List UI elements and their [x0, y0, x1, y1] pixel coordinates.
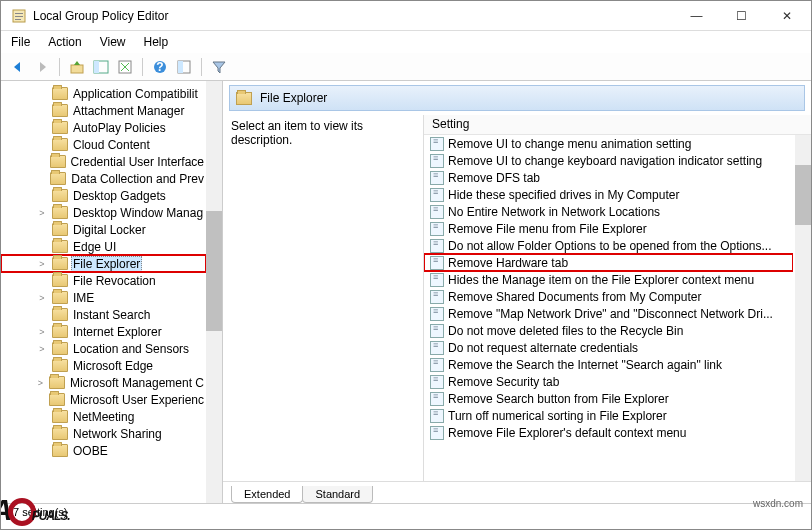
tree-item[interactable]: >Desktop Window Manag [1, 204, 206, 221]
show-tree-button[interactable] [90, 56, 112, 78]
expand-icon[interactable] [35, 410, 49, 424]
setting-item[interactable]: Do not allow Folder Options to be opened… [424, 237, 793, 254]
setting-item[interactable]: Remove DFS tab [424, 169, 793, 186]
properties-button[interactable] [173, 56, 195, 78]
setting-item[interactable]: Do not move deleted files to the Recycle… [424, 322, 793, 339]
tree-item-label: Credential User Interface [69, 155, 206, 169]
expand-icon[interactable] [35, 359, 49, 373]
setting-item[interactable]: Remove "Map Network Drive" and "Disconne… [424, 305, 793, 322]
tree-item[interactable]: Network Sharing [1, 425, 206, 442]
tree-item-label: Digital Locker [71, 223, 148, 237]
close-button[interactable]: ✕ [764, 2, 809, 30]
list-scrollbar[interactable] [795, 135, 811, 481]
filter-button[interactable] [208, 56, 230, 78]
help-button[interactable]: ? [149, 56, 171, 78]
expand-icon[interactable]: > [35, 257, 49, 271]
tree-item[interactable]: OOBE [1, 442, 206, 459]
column-setting[interactable]: Setting [424, 115, 811, 135]
expand-icon[interactable] [35, 308, 49, 322]
setting-item[interactable]: Remove Hardware tab [424, 254, 793, 271]
tree-item[interactable]: Desktop Gadgets [1, 187, 206, 204]
expand-icon[interactable]: > [35, 325, 49, 339]
setting-item[interactable]: Remove Security tab [424, 373, 793, 390]
expand-icon[interactable] [35, 240, 49, 254]
expand-icon[interactable]: > [35, 376, 46, 390]
expand-icon[interactable] [35, 138, 49, 152]
setting-item[interactable]: Do not request alternate credentials [424, 339, 793, 356]
setting-item[interactable]: Remove UI to change menu animation setti… [424, 135, 793, 152]
tree-item[interactable]: Data Collection and Prev [1, 170, 206, 187]
setting-item[interactable]: No Entire Network in Network Locations [424, 203, 793, 220]
list-scroll-thumb[interactable] [795, 165, 811, 225]
expand-icon[interactable] [35, 155, 47, 169]
setting-item[interactable]: Remove Shared Documents from My Computer [424, 288, 793, 305]
expand-icon[interactable] [35, 172, 47, 186]
tree-item[interactable]: >Location and Sensors [1, 340, 206, 357]
menu-file[interactable]: File [5, 33, 36, 51]
statusbar: 47 setting(s) [1, 503, 811, 523]
expand-icon[interactable] [35, 393, 46, 407]
tree-item[interactable]: >File Explorer [1, 255, 206, 272]
back-button[interactable] [7, 56, 29, 78]
menu-help[interactable]: Help [138, 33, 175, 51]
setting-item[interactable]: Remove File menu from File Explorer [424, 220, 793, 237]
expand-icon[interactable] [35, 427, 49, 441]
tree-item[interactable]: >Internet Explorer [1, 323, 206, 340]
expand-icon[interactable]: > [35, 206, 49, 220]
setting-item[interactable]: Remove File Explorer's default context m… [424, 424, 793, 441]
tree-item[interactable]: File Revocation [1, 272, 206, 289]
tree-scroll-thumb[interactable] [206, 211, 222, 331]
setting-label: No Entire Network in Network Locations [448, 205, 660, 219]
main-area: Application CompatibilitAttachment Manag… [1, 81, 811, 503]
forward-button[interactable] [31, 56, 53, 78]
tree-item-label: Edge UI [71, 240, 118, 254]
minimize-button[interactable]: — [674, 2, 719, 30]
expand-icon[interactable] [35, 223, 49, 237]
expand-icon[interactable] [35, 104, 49, 118]
setting-label: Hides the Manage item on the File Explor… [448, 273, 754, 287]
menu-action[interactable]: Action [42, 33, 87, 51]
setting-item[interactable]: Remove UI to change keyboard navigation … [424, 152, 793, 169]
expand-icon[interactable]: > [35, 291, 49, 305]
setting-item[interactable]: Remove Search button from File Explorer [424, 390, 793, 407]
expand-icon[interactable]: > [35, 342, 49, 356]
tree-item[interactable]: >Microsoft Management C [1, 374, 206, 391]
titlebar: Local Group Policy Editor — ☐ ✕ [1, 1, 811, 31]
tree-item[interactable]: >IME [1, 289, 206, 306]
setting-icon [430, 154, 444, 168]
tree-item-label: Desktop Window Manag [71, 206, 205, 220]
expand-icon[interactable] [35, 87, 49, 101]
tree-item[interactable]: Edge UI [1, 238, 206, 255]
folder-icon [52, 342, 68, 355]
expand-icon[interactable] [35, 121, 49, 135]
setting-icon [430, 307, 444, 321]
expand-icon[interactable] [35, 444, 49, 458]
tree-item[interactable]: Application Compatibilit [1, 85, 206, 102]
tree-item[interactable]: Microsoft Edge [1, 357, 206, 374]
expand-icon[interactable] [35, 274, 49, 288]
tree-item[interactable]: AutoPlay Policies [1, 119, 206, 136]
expand-icon[interactable] [35, 189, 49, 203]
tab-extended[interactable]: Extended [231, 486, 303, 503]
setting-label: Do not allow Folder Options to be opened… [448, 239, 772, 253]
svg-rect-6 [94, 61, 99, 73]
up-button[interactable] [66, 56, 88, 78]
tree-item[interactable]: Instant Search [1, 306, 206, 323]
setting-item[interactable]: Hide these specified drives in My Comput… [424, 186, 793, 203]
setting-item[interactable]: Turn off numerical sorting in File Explo… [424, 407, 793, 424]
tree-item[interactable]: NetMeeting [1, 408, 206, 425]
tree-item[interactable]: Digital Locker [1, 221, 206, 238]
tree-item[interactable]: Credential User Interface [1, 153, 206, 170]
tab-standard[interactable]: Standard [302, 486, 373, 503]
tree-scrollbar[interactable] [206, 81, 222, 503]
tree-item[interactable]: Cloud Content [1, 136, 206, 153]
setting-label: Remove UI to change menu animation setti… [448, 137, 691, 151]
tree-item[interactable]: Microsoft User Experienc [1, 391, 206, 408]
maximize-button[interactable]: ☐ [719, 2, 764, 30]
setting-label: Remove Security tab [448, 375, 559, 389]
menu-view[interactable]: View [94, 33, 132, 51]
setting-item[interactable]: Hides the Manage item on the File Explor… [424, 271, 793, 288]
setting-item[interactable]: Remove the Search the Internet "Search a… [424, 356, 793, 373]
refresh-button[interactable] [114, 56, 136, 78]
tree-item[interactable]: Attachment Manager [1, 102, 206, 119]
